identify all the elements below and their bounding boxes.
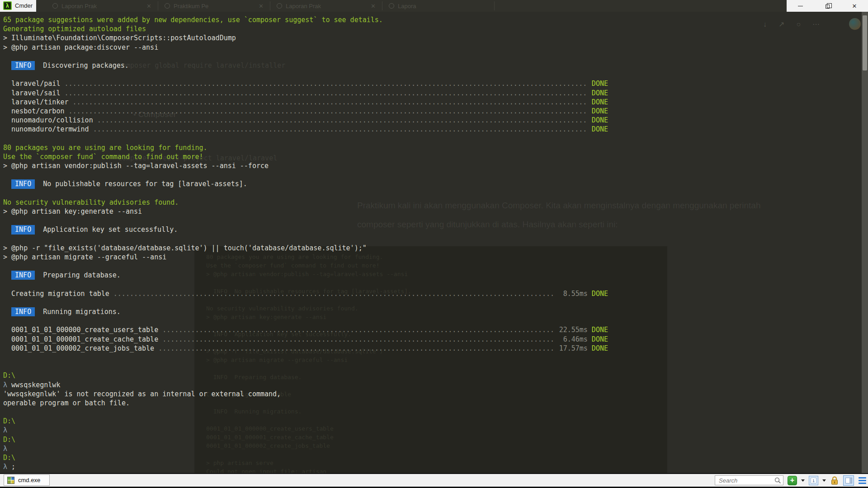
info-badge: INFO	[11, 179, 35, 188]
terminal-line: λ wwsqskegnlwk	[3, 380, 859, 389]
lock-button[interactable]	[830, 476, 839, 485]
restore-icon	[826, 5, 830, 9]
terminal[interactable]: composer global require laravel/installe…	[0, 12, 868, 473]
terminal-line: nunomaduro/collision....................…	[3, 116, 608, 125]
terminal-line	[3, 70, 859, 79]
terminal-line: INFO Application key set successfully.	[3, 225, 859, 234]
terminal-line	[3, 280, 859, 289]
terminal-line: Creating migration table................…	[3, 289, 608, 298]
terminal-line: INFO Discovering packages.	[3, 61, 859, 70]
terminal-line: INFO Running migrations.	[3, 307, 859, 316]
terminal-output[interactable]: 65 package suggestions were added by new…	[3, 15, 859, 471]
terminal-line: laravel/tinker..........................…	[3, 98, 608, 107]
menu-icon	[859, 477, 866, 479]
terminal-line: laravel/pail............................…	[3, 79, 608, 88]
terminal-line	[3, 216, 859, 225]
close-icon: ✕	[852, 3, 857, 9]
search-input[interactable]	[715, 475, 783, 485]
terminal-line: > @php artisan vendor:publish --tag=lara…	[3, 161, 859, 170]
terminal-line: > @php artisan key:generate --ansi	[3, 207, 859, 216]
ghost-browser-tabbar: Laporan Prak✕Praktikum Pe✕Laporan Prak✕L…	[36, 0, 787, 12]
info-badge: INFO	[11, 271, 35, 280]
ghost-browser-tab: Praktikum Pe✕	[158, 1, 270, 10]
ghost-browser-tab: Lapora	[382, 1, 495, 10]
close-button[interactable]: ✕	[844, 0, 864, 12]
terminal-line: nunomaduro/termwind.....................…	[3, 125, 608, 134]
terminal-line: D:\	[3, 371, 859, 380]
lock-icon	[830, 476, 839, 485]
terminal-line: λ	[3, 444, 859, 453]
view-toggle-button[interactable]	[843, 475, 854, 486]
terminal-line: > @php -r "file_exists('database/databas…	[3, 244, 859, 253]
active-console-button[interactable]: 1	[809, 476, 818, 485]
terminal-line	[3, 298, 859, 307]
terminal-line: D:\	[3, 435, 859, 444]
terminal-line: Use the `composer fund` command to find …	[3, 152, 859, 161]
console-tab-label: cmd.exe	[18, 477, 40, 483]
terminal-line: > Illuminate\Foundation\ComposerScripts:…	[3, 33, 859, 42]
terminal-line: nesbot/carbon...........................…	[3, 107, 608, 116]
terminal-line: D:\	[3, 453, 859, 462]
terminal-line: Generating optimized autoload files	[3, 24, 859, 33]
terminal-line: λ	[3, 426, 859, 435]
terminal-line	[3, 52, 859, 61]
terminal-line	[3, 362, 859, 371]
ghost-browser-tab: Laporan Prak✕	[46, 1, 158, 10]
terminal-line: > @php artisan package:discover --ansi	[3, 43, 859, 52]
scrollbar-thumb[interactable]	[863, 15, 867, 70]
console-number-icon: 1	[811, 478, 816, 483]
window-title: Cmder	[15, 2, 33, 9]
terminal-line: operable program or batch file.	[3, 399, 859, 408]
ghost-browser-tabs: Laporan Prak✕Praktikum Pe✕Laporan Prak✕L…	[36, 0, 787, 12]
new-console-button[interactable]: +	[788, 476, 797, 485]
terminal-line: 0001_01_01_000002_create_jobs_table.....…	[3, 344, 608, 353]
info-badge: INFO	[11, 61, 35, 70]
terminal-line: 80 packages you are using are looking fo…	[3, 143, 859, 152]
terminal-line	[3, 134, 859, 143]
terminal-line	[3, 316, 859, 325]
terminal-line	[3, 235, 859, 244]
terminal-line: laravel/sail............................…	[3, 89, 608, 98]
minimize-icon	[798, 6, 803, 6]
terminal-line: INFO Preparing database.	[3, 271, 859, 280]
cmder-logo-icon: λ	[3, 1, 12, 10]
info-badge: INFO	[11, 225, 35, 234]
cmder-window: λ Cmder Laporan Prak✕Praktikum Pe✕Lapora…	[0, 0, 868, 488]
terminal-line: D:\	[3, 417, 859, 426]
restore-button[interactable]	[817, 0, 837, 12]
terminal-scrollbar[interactable]	[862, 12, 868, 473]
console-tab-cmd[interactable]: cmd.exe	[4, 474, 50, 486]
new-console-dropdown-icon[interactable]	[801, 479, 805, 482]
search-icon	[774, 477, 781, 484]
terminal-line	[3, 189, 859, 198]
split-window-icon	[845, 478, 852, 483]
statusbar: cmd.exe + 1	[0, 473, 868, 488]
terminal-line: > @php artisan migrate --graceful --ansi	[3, 253, 859, 262]
minimize-button[interactable]	[790, 0, 810, 12]
terminal-line: 0001_01_01_000001_create_cache_table....…	[3, 335, 608, 344]
terminal-line: λ ;	[3, 462, 859, 471]
ghost-browser-tab: Laporan Prak✕	[270, 1, 382, 10]
terminal-line	[3, 262, 859, 271]
titlebar[interactable]: λ Cmder Laporan Prak✕Praktikum Pe✕Lapora…	[0, 0, 868, 12]
terminal-line	[3, 408, 859, 417]
terminal-line: 'wwsqskegnlwk' is not recognized as an i…	[3, 389, 859, 399]
terminal-line	[3, 353, 859, 362]
terminal-line: 0001_01_01_000000_create_users_table....…	[3, 325, 608, 334]
terminal-line: 65 package suggestions were added by new…	[3, 15, 859, 24]
terminal-line: INFO No publishable resources for tag [l…	[3, 179, 859, 188]
terminal-line	[3, 170, 859, 179]
console-list-dropdown-icon[interactable]	[822, 479, 826, 482]
conemu-tab-icon	[7, 477, 14, 484]
terminal-line: No security vulnerability advisories fou…	[3, 198, 859, 207]
hamburger-menu-button[interactable]	[858, 476, 867, 485]
info-badge: INFO	[11, 307, 35, 316]
